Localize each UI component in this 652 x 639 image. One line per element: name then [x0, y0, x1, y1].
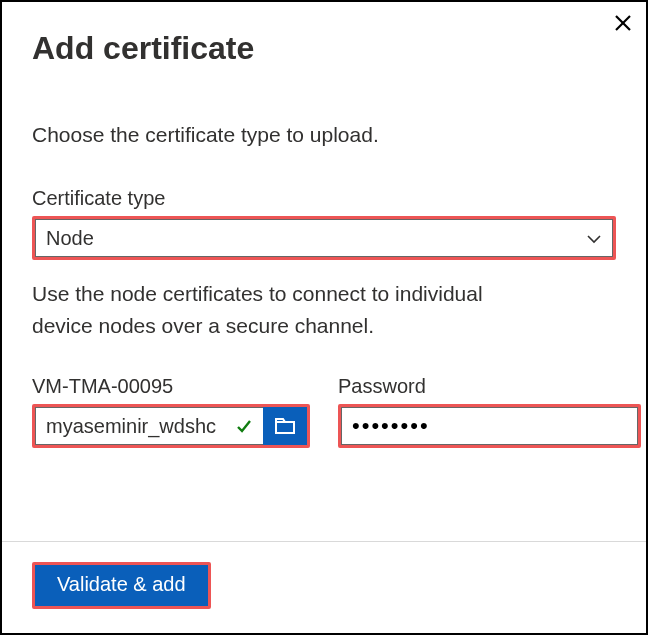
certificate-type-select[interactable]: Node: [35, 219, 613, 257]
password-column: Password: [338, 375, 641, 448]
password-input[interactable]: [341, 407, 638, 445]
add-certificate-panel: Add certificate Choose the certificate t…: [0, 0, 648, 635]
password-label: Password: [338, 375, 641, 398]
browse-button[interactable]: [263, 407, 307, 445]
instruction-text: Choose the certificate type to upload.: [32, 123, 616, 147]
checkmark-icon: [235, 417, 259, 435]
certificate-type-label: Certificate type: [32, 187, 616, 210]
close-icon: [614, 14, 632, 32]
certificate-type-value: Node: [46, 227, 94, 250]
password-highlight: [338, 404, 641, 448]
svg-rect-2: [276, 422, 294, 433]
helper-text: Use the node certificates to connect to …: [32, 278, 512, 341]
node-cert-file-input[interactable]: myaseminir_wdshc: [35, 407, 263, 445]
node-cert-highlight: myaseminir_wdshc: [32, 404, 310, 448]
page-title: Add certificate: [32, 30, 616, 67]
panel-footer: Validate & add: [2, 541, 646, 633]
certificate-type-highlight: Node: [32, 216, 616, 260]
node-name-label: VM-TMA-00095: [32, 375, 310, 398]
panel-content: Add certificate Choose the certificate t…: [2, 2, 646, 448]
chevron-down-icon: [586, 227, 602, 250]
node-cert-file-value: myaseminir_wdshc: [46, 415, 235, 438]
validate-add-highlight: Validate & add: [32, 562, 211, 609]
fields-row: VM-TMA-00095 myaseminir_wdshc: [32, 375, 616, 448]
node-cert-column: VM-TMA-00095 myaseminir_wdshc: [32, 375, 310, 448]
folder-icon: [274, 417, 296, 435]
validate-add-button[interactable]: Validate & add: [35, 565, 208, 606]
close-button[interactable]: [608, 8, 638, 38]
